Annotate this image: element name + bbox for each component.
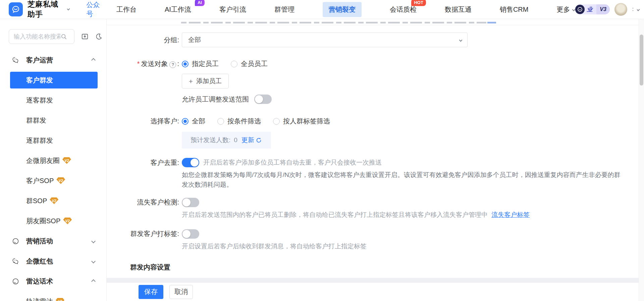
select-customer-row: 选择客户: 全部 按条件筛选 按人群标签筛选 (107, 117, 644, 126)
tagging-label: 群发客户打标签: (107, 229, 179, 238)
sidebar-section-label: 营销活动 (26, 237, 53, 246)
radio-unselected-icon (273, 118, 280, 125)
radio-filter-by-audience-tag[interactable]: 按人群标签筛选 (273, 117, 330, 126)
sidebar-item-label: 朋友圈SOP (26, 217, 60, 226)
sidebar-section-marketing-activities[interactable]: 营销活动 (0, 231, 106, 251)
nav-workbench[interactable]: 工作台 (116, 5, 137, 14)
nav-group-management[interactable]: 群管理 (274, 5, 294, 14)
wechat-chat-icon (12, 258, 20, 265)
group-label: 分组: (107, 36, 179, 45)
sidebar-item-moments-sop[interactable]: 朋友圈SOP V2 (0, 211, 106, 231)
radio-all-customers[interactable]: 全部 (182, 117, 205, 126)
app-logo[interactable] (9, 2, 23, 16)
required-asterisk: * (137, 60, 140, 67)
vertical-scrollbar (639, 19, 644, 301)
refresh-icon (256, 137, 262, 143)
collapse-panel-icon[interactable] (81, 33, 89, 40)
content-section-title: 群发内容设置 (130, 263, 644, 272)
clipped-link-fragment (487, 22, 496, 23)
select-chevron-down-icon (459, 38, 463, 42)
nav-customer-acquisition[interactable]: 客户引流 (219, 5, 246, 14)
cancel-button[interactable]: 取消 (169, 285, 193, 299)
select-customer-label: 选择客户: (107, 117, 179, 126)
sidebar-item-group-sop[interactable]: 群SOP V2 (0, 191, 106, 211)
allow-adjust-label: 允许员工调整发送范围 (182, 95, 249, 104)
sidebar-item-group-send[interactable]: 群群发 (0, 110, 106, 130)
radio-selected-icon (182, 118, 189, 125)
official-account-link[interactable]: 公众号 (86, 0, 102, 18)
nav-session-qc-label: 会话质检 (390, 6, 417, 13)
sidebar-item-label: 群群发 (26, 116, 46, 125)
v2-badge: V2 (56, 298, 64, 301)
sidebar-item-customer-mass-send[interactable]: 客户群发 (10, 72, 98, 88)
nav-more[interactable]: 更多 (556, 5, 575, 14)
nav-ai-workflow[interactable]: AI工作流 AI (165, 5, 191, 14)
section-caret-down-icon (91, 259, 96, 263)
estimate-box: 预计发送人数: 0 更新 (182, 132, 271, 148)
estimate-row: 预计发送人数: 0 更新 (107, 126, 644, 148)
sidebar-item-label: 企微朋友圈 (26, 156, 60, 165)
dedupe-label: 客户去重: (107, 158, 179, 167)
dedupe-hint: 开启后若客户添加多位员工将自动去重，客户只会接收一次推送 (203, 158, 382, 167)
refresh-estimate-button[interactable]: 更新 (241, 136, 262, 144)
sidebar-section-radar-scripts[interactable]: 雷达话术 (0, 271, 106, 291)
account-chevron-down-icon[interactable] (637, 8, 640, 11)
section-caret-up-icon (91, 58, 96, 62)
radio-all-staff[interactable]: 全员员工 (231, 59, 268, 68)
avatar[interactable] (614, 3, 627, 16)
sidebar-item-wecom-moments[interactable]: 企微朋友圈 V2 (0, 150, 106, 171)
sidebar-section-wecom-red-packet[interactable]: 企微红包 (0, 251, 106, 271)
edition-logo-icon (575, 5, 585, 14)
brand-chevron-down-icon[interactable] (67, 7, 70, 10)
add-employee-row: + 添加员工 (107, 68, 644, 88)
sidebar-item-per-customer-send[interactable]: 逐客群发 (0, 90, 106, 110)
radio-selected-icon (182, 61, 189, 67)
search-icon (61, 34, 67, 40)
send-target-label-text: 发送对象 (141, 60, 168, 67)
main-content: 分组: 全部 *发送对象: 指定员工 (107, 19, 644, 301)
add-employee-label: 添加员工 (196, 77, 222, 85)
sidebar-item-per-group-send[interactable]: 逐群群发 (0, 130, 106, 150)
churned-customer-tag-link[interactable]: 流失客户标签 (491, 211, 530, 218)
theme-moon-icon[interactable] (95, 33, 103, 40)
sidebar-item-label: 客户SOP (26, 176, 54, 185)
dedupe-toggle-on[interactable] (182, 158, 199, 167)
sidebar-item-label: 逐客群发 (26, 96, 53, 105)
estimate-label: 预计发送人数: (191, 136, 230, 144)
circle-activity-icon (12, 238, 20, 245)
nav-marketing-fission[interactable]: 营销裂变 (323, 2, 362, 17)
search-input[interactable] (14, 33, 61, 40)
send-target-label: *发送对象: (107, 59, 179, 68)
nav-more-label: 更多 (556, 5, 570, 14)
nav-session-qc[interactable]: 会话质检 HOT (390, 5, 417, 14)
radio-label: 按人群标签筛选 (283, 117, 330, 126)
radio-specified-staff[interactable]: 指定员工 (182, 59, 219, 68)
sidebar-item-track-radar[interactable]: 轨迹雷达 V2 (0, 291, 106, 301)
sidebar-item-customer-sop[interactable]: 客户SOP V2 (0, 171, 106, 191)
nav-ai-workflow-label: AI工作流 (165, 6, 191, 13)
nav-sales-crm[interactable]: 销售CRM (500, 5, 529, 14)
plus-icon: + (189, 78, 193, 85)
save-button[interactable]: 保存 (139, 285, 163, 299)
help-icon[interactable] (169, 61, 176, 68)
nav-data-interop[interactable]: 数据互通 (445, 5, 472, 14)
scrollbar-thumb[interactable] (640, 35, 643, 85)
allow-adjust-toggle-off[interactable] (254, 95, 272, 104)
hot-badge: HOT (411, 0, 426, 6)
radio-unselected-icon (217, 118, 224, 125)
topbar: 芝麻私域助手 公众号 工作台 AI工作流 AI 客户引流 群管理 营销裂变 会话… (0, 0, 644, 19)
group-select[interactable]: 全部 (182, 33, 468, 47)
chat-bubble-logo-icon (11, 5, 20, 14)
add-employee-button[interactable]: + 添加员工 (182, 74, 229, 88)
edition-version: V3 (596, 4, 610, 14)
sidebar-section-customer-ops[interactable]: 客户运营 (0, 50, 106, 70)
radio-filter-by-condition[interactable]: 按条件筛选 (217, 117, 261, 126)
sidebar-item-label: 逐群群发 (26, 136, 53, 145)
allow-adjust-row: 允许员工调整发送范围 (107, 95, 644, 104)
churn-detect-toggle-off[interactable] (182, 198, 199, 207)
panel-gap (107, 278, 644, 283)
main-nav: 工作台 AI工作流 AI 客户引流 群管理 营销裂变 会话质检 HOT 数据互通… (116, 2, 575, 17)
tagging-toggle-off[interactable] (182, 229, 199, 239)
radio-unselected-icon (231, 61, 237, 67)
edition-badge[interactable]: 企业版 V3 (575, 4, 609, 14)
